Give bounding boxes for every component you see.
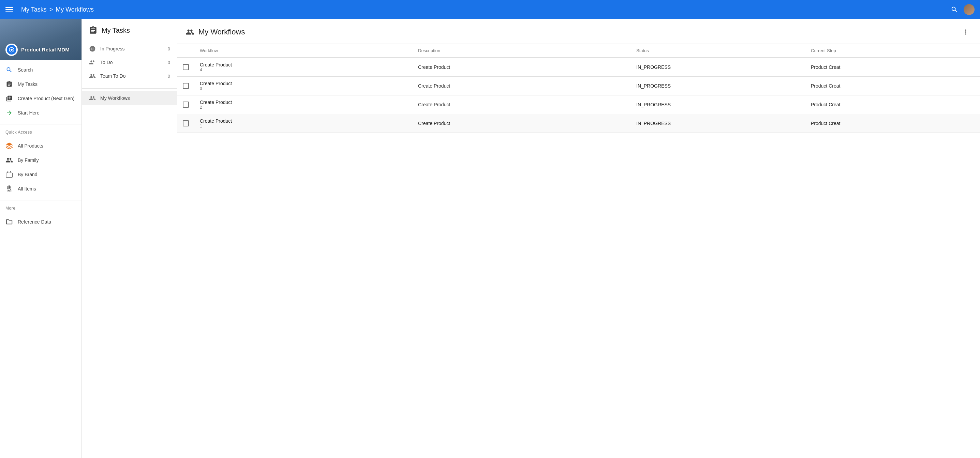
workflow-num: 3 xyxy=(200,86,407,91)
sidebar-nav: Search My Tasks Create Product (Next xyxy=(0,60,81,123)
task-item-todo-label: To Do xyxy=(100,60,164,65)
row-checkbox[interactable] xyxy=(183,120,189,127)
workflows-table: Workflow Description Status Current Step… xyxy=(177,44,980,133)
svg-rect-1 xyxy=(5,9,13,10)
sidebar-quick-access: All Products By Family xyxy=(0,136,81,199)
content-header: My Workflows xyxy=(177,19,980,44)
by-family-icon xyxy=(5,157,13,164)
sidebar-brand: Product Retail MDM xyxy=(0,19,81,60)
row-workflow-cell: Create Product 3 xyxy=(194,77,413,95)
search-icon[interactable] xyxy=(951,6,958,13)
sidebar-more: Reference Data xyxy=(0,212,81,232)
row-status-cell: IN_PROGRESS xyxy=(631,95,805,114)
all-items-icon xyxy=(5,185,13,193)
task-item-team-todo[interactable]: Team To Do 0 xyxy=(82,69,177,83)
main-content: My Workflows Workflow Descriptio xyxy=(177,19,980,458)
sidebar-item-my-tasks-label: My Tasks xyxy=(18,81,38,87)
content-header-actions xyxy=(959,26,972,38)
row-current-step-cell: Product Creat xyxy=(805,114,980,133)
row-workflow-cell: Create Product 1 xyxy=(194,114,413,133)
table-row[interactable]: Create Product 3 Create Product IN_PROGR… xyxy=(177,77,980,95)
sidebar-item-all-products-label: All Products xyxy=(18,143,43,149)
breadcrumb-parent[interactable]: My Tasks xyxy=(21,6,47,13)
row-current-step-cell: Product Creat xyxy=(805,95,980,114)
content-header-icon xyxy=(186,28,194,36)
row-status-cell: IN_PROGRESS xyxy=(631,77,805,95)
reference-data-icon xyxy=(5,218,13,226)
sidebar-item-all-products[interactable]: All Products xyxy=(0,139,81,153)
workflow-item-my-workflows-label: My Workflows xyxy=(100,95,130,101)
workflow-num: 2 xyxy=(200,105,407,110)
col-header-description: Description xyxy=(413,44,631,58)
svg-point-9 xyxy=(965,33,966,35)
breadcrumb-separator: > xyxy=(49,6,53,13)
content-header-title: My Workflows xyxy=(199,28,959,36)
row-current-step-cell: Product Creat xyxy=(805,77,980,95)
by-brand-icon xyxy=(5,171,13,178)
table-body: Create Product 4 Create Product IN_PROGR… xyxy=(177,58,980,133)
col-header-status: Status xyxy=(631,44,805,58)
workflow-name: Create Product xyxy=(200,100,407,105)
task-item-todo-count: 0 xyxy=(168,60,170,65)
breadcrumb-current: My Workflows xyxy=(56,6,94,13)
workflow-name: Create Product xyxy=(200,81,407,86)
all-products-icon xyxy=(5,142,13,150)
brand-title: Product Retail MDM xyxy=(21,46,70,53)
sidebar: Product Retail MDM Search xyxy=(0,19,82,458)
table-row[interactable]: Create Product 4 Create Product IN_PROGR… xyxy=(177,58,980,77)
svg-rect-4 xyxy=(6,173,12,177)
breadcrumb: My Tasks > My Workflows xyxy=(21,6,945,13)
svg-point-5 xyxy=(8,187,10,188)
middle-panel-header: My Tasks xyxy=(82,19,177,39)
task-section: In Progress 0 To Do 0 xyxy=(82,39,177,86)
workflow-item-my-workflows[interactable]: My Workflows xyxy=(82,91,177,105)
avatar[interactable] xyxy=(964,4,975,15)
more-options-button[interactable] xyxy=(959,26,972,38)
col-header-step: Current Step xyxy=(805,44,980,58)
task-item-todo[interactable]: To Do 0 xyxy=(82,55,177,69)
sidebar-item-start-here[interactable]: Start Here xyxy=(0,106,81,120)
row-checkbox[interactable] xyxy=(183,101,189,108)
row-workflow-cell: Create Product 2 xyxy=(194,95,413,114)
sidebar-item-by-brand[interactable]: By Brand xyxy=(0,167,81,182)
svg-point-7 xyxy=(965,30,966,31)
row-description-cell: Create Product xyxy=(413,114,631,133)
row-checkbox[interactable] xyxy=(183,83,189,89)
workflow-name: Create Product xyxy=(200,118,407,124)
create-product-icon xyxy=(5,95,13,102)
row-status-cell: IN_PROGRESS xyxy=(631,58,805,77)
sidebar-item-search[interactable]: Search xyxy=(0,63,81,77)
sidebar-section-quick-access: Quick Access xyxy=(0,126,81,136)
workflow-name: Create Product xyxy=(200,62,407,68)
sidebar-item-reference-data[interactable]: Reference Data xyxy=(0,215,81,229)
in-progress-icon xyxy=(89,45,96,52)
row-description-cell: Create Product xyxy=(413,77,631,95)
tasks-icon xyxy=(5,81,13,88)
main-layout: Product Retail MDM Search xyxy=(0,19,980,458)
menu-icon[interactable] xyxy=(5,6,13,13)
sidebar-divider-1 xyxy=(0,124,81,124)
row-checkbox[interactable] xyxy=(183,64,189,70)
task-item-team-todo-count: 0 xyxy=(168,74,170,79)
table-row[interactable]: Create Product 2 Create Product IN_PROGR… xyxy=(177,95,980,114)
task-item-in-progress[interactable]: In Progress 0 xyxy=(82,42,177,55)
sidebar-item-my-tasks[interactable]: My Tasks xyxy=(0,77,81,91)
table-row[interactable]: Create Product 1 Create Product IN_PROGR… xyxy=(177,114,980,133)
my-tasks-header-icon xyxy=(89,26,97,35)
sidebar-item-by-family[interactable]: By Family xyxy=(0,153,81,167)
row-checkbox-cell xyxy=(177,95,194,114)
sidebar-item-create-product[interactable]: Create Product (Next Gen) xyxy=(0,91,81,106)
task-item-in-progress-label: In Progress xyxy=(100,46,164,51)
sidebar-item-by-brand-label: By Brand xyxy=(18,172,38,177)
row-description-cell: Create Product xyxy=(413,58,631,77)
row-current-step-cell: Product Creat xyxy=(805,58,980,77)
task-divider xyxy=(82,88,177,89)
header-actions xyxy=(951,4,975,15)
svg-rect-2 xyxy=(5,11,13,12)
workflow-num: 1 xyxy=(200,124,407,128)
table-header-row: Workflow Description Status Current Step xyxy=(177,44,980,58)
col-header-workflow: Workflow xyxy=(194,44,413,58)
middle-panel-title: My Tasks xyxy=(102,27,130,35)
svg-rect-0 xyxy=(5,7,13,8)
sidebar-item-all-items[interactable]: All Items xyxy=(0,182,81,196)
